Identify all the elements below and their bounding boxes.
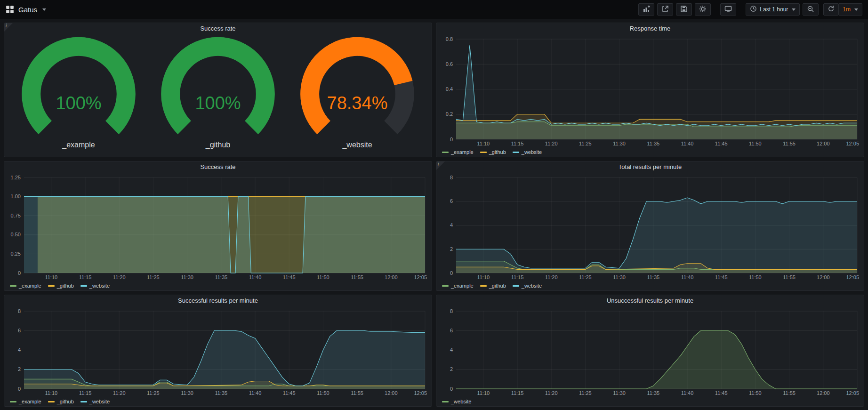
settings-button[interactable] <box>695 3 711 16</box>
info-icon: i <box>438 161 439 167</box>
add-panel-button[interactable] <box>638 3 654 16</box>
zoom-out-button[interactable] <box>803 3 819 16</box>
panel-title[interactable]: Total results per minute <box>436 161 864 173</box>
dashboards-grid-icon[interactable] <box>6 5 14 14</box>
panel-title[interactable]: Response time <box>436 23 864 34</box>
legend-series-name: _example <box>19 399 41 404</box>
legend-item[interactable]: _example <box>10 399 41 404</box>
legend-item[interactable]: _github <box>48 283 74 289</box>
svg-text:12:00: 12:00 <box>385 274 398 280</box>
svg-text:11:20: 11:20 <box>545 141 558 146</box>
legend-swatch-icon <box>10 401 16 402</box>
legend-series-name: _website <box>89 283 110 289</box>
legend-series-name: _example <box>451 283 474 289</box>
refresh-interval-button[interactable]: 1m <box>838 3 862 16</box>
svg-text:11:10: 11:10 <box>477 390 490 396</box>
svg-text:11:45: 11:45 <box>715 390 728 396</box>
info-icon: i <box>6 23 7 28</box>
panel-total-results: i Total results per minute 0246811:1011:… <box>436 161 864 291</box>
svg-text:11:15: 11:15 <box>511 390 524 396</box>
svg-text:11:10: 11:10 <box>477 141 490 146</box>
unsuccessful-results-graph[interactable]: 0246811:1011:1511:2011:2511:3011:3511:40… <box>440 306 860 397</box>
share-button[interactable] <box>657 3 673 16</box>
legend-swatch-icon <box>80 401 87 402</box>
gauge-example: 100% _example <box>9 34 148 157</box>
svg-text:11:30: 11:30 <box>613 390 626 396</box>
legend-item[interactable]: _github <box>480 283 506 289</box>
legend-series-name: _website <box>89 399 110 404</box>
legend-item[interactable]: _website <box>80 283 110 289</box>
legend-series-name: _github <box>57 283 74 289</box>
svg-text:11:50: 11:50 <box>749 390 762 396</box>
svg-text:12:05: 12:05 <box>846 141 859 146</box>
legend-item[interactable]: _website <box>513 149 542 155</box>
legend-item[interactable]: _github <box>48 399 74 404</box>
svg-text:0.50: 0.50 <box>11 232 21 237</box>
legend-item[interactable]: _website <box>80 399 110 404</box>
time-range-picker[interactable]: Last 1 hour <box>746 3 800 16</box>
svg-text:11:25: 11:25 <box>147 390 160 396</box>
svg-text:4: 4 <box>18 347 21 353</box>
legend-item[interactable]: _website <box>513 283 542 289</box>
svg-text:11:25: 11:25 <box>579 390 592 396</box>
svg-text:0.8: 0.8 <box>446 36 453 42</box>
panel-unsuccessful-results: Unsuccessful results per minute 0246811:… <box>436 295 864 407</box>
svg-text:11:15: 11:15 <box>511 274 524 280</box>
svg-text:6: 6 <box>450 328 453 333</box>
svg-text:11:45: 11:45 <box>715 274 728 280</box>
legend-item[interactable]: _example <box>442 283 474 289</box>
legend-series-name: _example <box>451 149 474 155</box>
svg-text:0.75: 0.75 <box>11 213 21 218</box>
save-button[interactable] <box>676 3 692 16</box>
dashboard-title[interactable]: Gatus <box>18 6 37 14</box>
refresh-button[interactable] <box>823 3 839 16</box>
svg-text:11:35: 11:35 <box>647 390 659 396</box>
panel-response-time: Response time 00.20.40.60.811:1011:1511:… <box>436 23 864 157</box>
legend-series-name: _example <box>19 283 41 289</box>
legend-item[interactable]: _example <box>10 283 41 289</box>
panel-title[interactable]: Success rate <box>4 23 432 34</box>
svg-text:11:15: 11:15 <box>79 390 92 396</box>
chevron-down-icon <box>792 8 796 11</box>
panel-title[interactable]: Success rate <box>4 161 432 173</box>
svg-text:11:40: 11:40 <box>681 274 694 280</box>
total-results-graph[interactable]: 0246811:1011:1511:2011:2511:3011:3511:40… <box>440 173 860 281</box>
panel-info-corner[interactable]: i <box>4 23 13 32</box>
panel-title[interactable]: Unsuccessful results per minute <box>436 295 864 306</box>
cycle-view-button[interactable] <box>720 3 736 16</box>
refresh-interval-label: 1m <box>843 6 851 13</box>
panel-title[interactable]: Successful results per minute <box>4 295 432 306</box>
svg-text:0: 0 <box>18 386 21 392</box>
svg-text:4: 4 <box>450 222 453 228</box>
legend-swatch-icon <box>48 401 55 402</box>
legend-swatch-icon <box>480 152 487 153</box>
panel-info-corner[interactable]: i <box>436 161 445 170</box>
svg-text:11:30: 11:30 <box>181 274 193 280</box>
svg-text:11:30: 11:30 <box>613 274 626 280</box>
svg-text:11:30: 11:30 <box>181 390 193 396</box>
legend-item[interactable]: _website <box>442 399 471 404</box>
success-rate-graph[interactable]: 00.250.500.751.001.2511:1011:1511:2011:2… <box>8 173 428 281</box>
gauge-label: _website <box>288 141 427 157</box>
svg-text:11:10: 11:10 <box>477 274 490 280</box>
legend-swatch-icon <box>48 285 55 287</box>
legend: _example_github_website <box>4 281 432 290</box>
legend: _website <box>436 397 864 406</box>
legend-item[interactable]: _github <box>480 149 506 155</box>
response-time-graph[interactable]: 00.20.40.60.811:1011:1511:2011:2511:3011… <box>440 34 860 147</box>
chevron-down-icon <box>854 8 858 11</box>
svg-text:6: 6 <box>18 328 21 333</box>
svg-text:12:00: 12:00 <box>817 141 830 146</box>
svg-text:11:25: 11:25 <box>579 141 592 146</box>
svg-text:0: 0 <box>450 386 453 392</box>
svg-text:0: 0 <box>450 270 453 276</box>
svg-text:11:55: 11:55 <box>351 274 363 280</box>
legend-item[interactable]: _example <box>442 149 474 155</box>
svg-text:12:05: 12:05 <box>414 274 427 280</box>
successful-results-graph[interactable]: 0246811:1011:1511:2011:2511:3011:3511:40… <box>8 306 428 397</box>
gauge-arc: 78.34% <box>288 34 427 141</box>
svg-text:0.6: 0.6 <box>446 61 453 67</box>
svg-text:11:55: 11:55 <box>351 390 363 396</box>
svg-text:11:20: 11:20 <box>545 390 558 396</box>
svg-text:1.00: 1.00 <box>11 193 21 199</box>
